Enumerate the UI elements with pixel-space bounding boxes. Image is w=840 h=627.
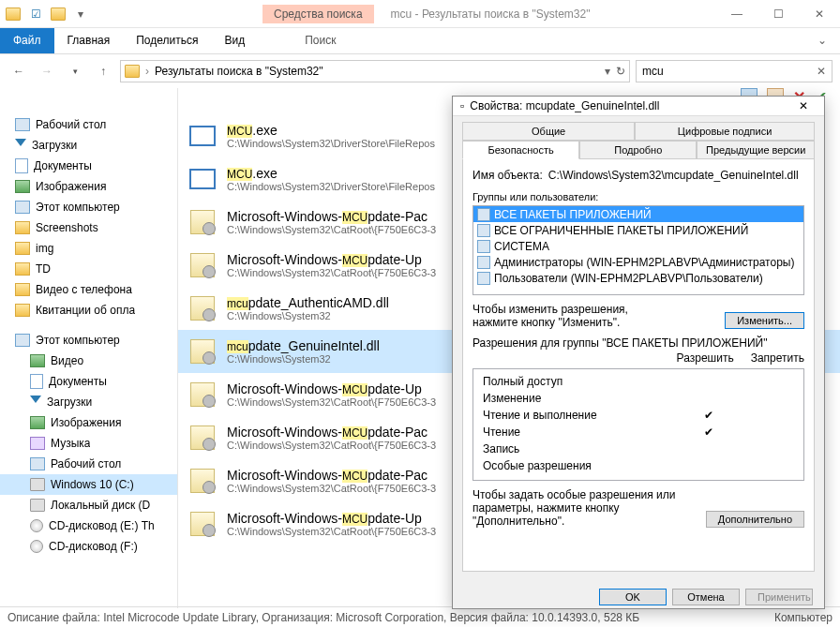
tab-security[interactable]: Безопасность: [462, 141, 579, 159]
apply-button[interactable]: Применить: [745, 589, 813, 605]
address-dropdown-icon[interactable]: ▾: [605, 65, 610, 78]
group-item[interactable]: ВСЕ ПАКЕТЫ ПРИЛОЖЕНИЙ: [473, 206, 803, 222]
edit-button[interactable]: Изменить...: [725, 312, 804, 329]
group-item[interactable]: Администраторы (WIN-EPHM2PLABVP\Админист…: [473, 254, 803, 270]
tree-item[interactable]: Изображения: [0, 176, 177, 197]
properties-icon[interactable]: ☑: [28, 7, 43, 22]
new-folder-icon[interactable]: [51, 7, 66, 22]
minimize-button[interactable]: —: [716, 1, 758, 27]
dialog-icon: ▫: [460, 99, 464, 112]
group-item[interactable]: Пользователи (WIN-EPHM2PLABVP\Пользовате…: [473, 270, 803, 286]
tab-home[interactable]: Главная: [54, 28, 124, 53]
dl-icon: [15, 139, 26, 152]
pc-icon: [15, 201, 30, 214]
tree-item[interactable]: Музыка: [0, 433, 177, 454]
group-icon: [477, 208, 490, 221]
tree-item[interactable]: Этот компьютер: [0, 330, 177, 351]
tab-search[interactable]: Поиск: [292, 28, 349, 53]
tree-item[interactable]: Квитанции об опла: [0, 300, 177, 321]
group-item[interactable]: СИСТЕМА: [473, 238, 803, 254]
group-label: СИСТЕМА: [494, 240, 549, 253]
file-path: C:\Windows\System32\CatRoot\{F750E6C3-3: [227, 483, 436, 494]
tree-item[interactable]: Изображения: [0, 412, 177, 433]
file-name: Microsoft-Windows-MCUpdate-Pac: [227, 209, 436, 224]
clear-search-icon[interactable]: ✕: [817, 65, 826, 78]
tree-item[interactable]: Документы: [0, 371, 177, 392]
group-label: ВСЕ ОГРАНИЧЕННЫЕ ПАКЕТЫ ПРИЛОЖЕНИЙ: [494, 224, 748, 237]
tree-item[interactable]: TD: [0, 259, 177, 279]
tree-item-label: Windows 10 (C:): [51, 478, 134, 491]
tree-item[interactable]: img: [0, 238, 177, 259]
tree-item-label: Документы: [49, 375, 107, 388]
ok-button[interactable]: OK: [599, 589, 667, 605]
permission-row: Чтение✔: [483, 425, 794, 442]
group-icon: [477, 256, 490, 269]
group-item[interactable]: ВСЕ ОГРАНИЧЕННЫЕ ПАКЕТЫ ПРИЛОЖЕНИЙ: [473, 222, 803, 238]
tab-file[interactable]: Файл: [0, 28, 54, 53]
tab-details[interactable]: Подробно: [579, 141, 697, 159]
tab-general[interactable]: Общие: [462, 122, 635, 141]
allow-check: ✔: [704, 409, 713, 425]
window-controls: — ☐ ✕: [716, 1, 840, 27]
allow-check: ✔: [704, 425, 713, 442]
maximize-button[interactable]: ☐: [758, 1, 799, 27]
allow-column: Разрешить: [677, 351, 734, 365]
tree-item[interactable]: CD-дисковод (E:) Th: [0, 515, 177, 536]
up-button[interactable]: ↑: [92, 60, 114, 82]
back-button[interactable]: ←: [8, 60, 30, 82]
forward-button[interactable]: →: [36, 60, 58, 82]
tree-item-label: Изображения: [36, 180, 106, 193]
tree-item-label: Этот компьютер: [36, 334, 120, 347]
permissions-list: Полный доступИзменениеЧтение и выполнени…: [472, 368, 804, 481]
tree-item[interactable]: Видео: [0, 351, 177, 371]
folder-icon: [15, 283, 30, 296]
tree-item[interactable]: Загрузки: [0, 392, 177, 412]
search-box[interactable]: mcu ✕: [636, 60, 832, 82]
tree-item[interactable]: Screenshots: [0, 217, 177, 238]
tree-item-label: Видео с телефона: [36, 283, 132, 296]
cancel-button[interactable]: Отмена: [672, 589, 740, 605]
address-bar[interactable]: › Результаты поиска в "System32" ▾ ↻: [120, 60, 630, 82]
tab-share[interactable]: Поделиться: [123, 28, 211, 53]
recent-locations-icon[interactable]: ▾: [64, 60, 86, 82]
tree-item[interactable]: Рабочий стол: [0, 454, 177, 474]
tree-item[interactable]: Windows 10 (C:): [0, 474, 177, 495]
tab-previous-versions[interactable]: Предыдущие версии: [697, 141, 815, 159]
file-icon: [188, 250, 218, 280]
advanced-button[interactable]: Дополнительно: [706, 511, 804, 528]
ribbon-tabs: Файл Главная Поделиться Вид Поиск ⌄: [0, 28, 840, 54]
navigation-pane[interactable]: Рабочий столЗагрузкиДокументыИзображения…: [0, 88, 178, 608]
groups-list[interactable]: ВСЕ ПАКЕТЫ ПРИЛОЖЕНИЙВСЕ ОГРАНИЧЕННЫЕ ПА…: [472, 205, 804, 295]
refresh-icon[interactable]: ↻: [616, 65, 625, 78]
tree-item-label: Локальный диск (D: [51, 499, 150, 512]
folder-icon: [15, 221, 30, 234]
tab-view[interactable]: Вид: [211, 28, 258, 53]
tree-item-label: TD: [36, 262, 51, 276]
drive-icon: [30, 499, 45, 512]
tree-item[interactable]: Локальный диск (D: [0, 495, 177, 515]
dialog-titlebar[interactable]: ▫ Свойства: mcupdate_GenuineIntel.dll ✕: [453, 97, 824, 116]
tree-item-label: Загрузки: [32, 139, 77, 152]
music-icon: [30, 437, 45, 450]
file-path: C:\Windows\System32\CatRoot\{F750E6C3-3: [227, 267, 436, 278]
permission-row: Запись: [483, 442, 794, 459]
file-path: C:\Windows\System32\CatRoot\{F750E6C3-3: [227, 396, 436, 408]
tree-item[interactable]: CD-дисковод (F:): [0, 536, 177, 557]
object-path: C:\Windows\System32\mcupdate_GenuineInte…: [548, 169, 799, 182]
breadcrumb[interactable]: Результаты поиска в "System32": [155, 65, 323, 78]
dialog-close-button[interactable]: ✕: [790, 97, 817, 115]
tree-item[interactable]: Видео с телефона: [0, 279, 177, 300]
tree-item[interactable]: Этот компьютер: [0, 197, 177, 217]
file-path: C:\Windows\System32\CatRoot\{F750E6C3-3: [227, 224, 436, 235]
ribbon-expand-icon[interactable]: ⌄: [804, 28, 840, 53]
close-button[interactable]: ✕: [799, 1, 840, 27]
file-icon: [188, 466, 218, 496]
file-path: C:\Windows\System32\CatRoot\{F750E6C3-3: [227, 526, 436, 537]
dialog-buttons: OK Отмена Применить: [453, 581, 824, 613]
tree-item[interactable]: Документы: [0, 156, 177, 176]
tab-digital-signatures[interactable]: Цифровые подписи: [635, 122, 815, 141]
tree-item[interactable]: Загрузки: [0, 135, 177, 156]
qat-dropdown-icon[interactable]: ▾: [73, 7, 88, 22]
search-input[interactable]: mcu: [642, 65, 664, 78]
tree-item[interactable]: Рабочий стол: [0, 114, 177, 135]
